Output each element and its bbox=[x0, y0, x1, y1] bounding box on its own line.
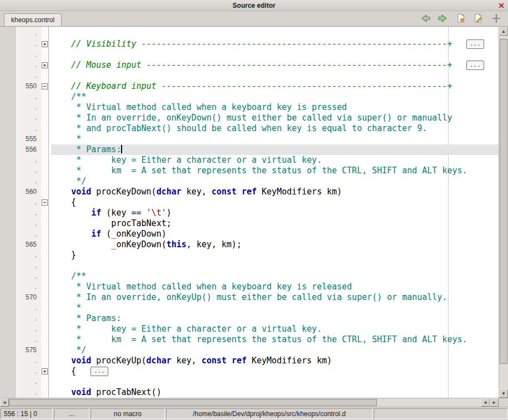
gutter-line-number[interactable]: . bbox=[16, 377, 41, 387]
gutter-line-number[interactable]: 555 bbox=[16, 134, 41, 144]
fold-row bbox=[41, 166, 48, 176]
gutter-line-number[interactable]: 550 bbox=[16, 81, 41, 92]
fold-margin[interactable]: ++−−+ bbox=[41, 27, 49, 398]
fold-expand-icon[interactable]: + bbox=[42, 368, 48, 374]
fold-row bbox=[41, 261, 48, 271]
status-bar: 556 : 15 | 0 ... no macro /home/basile/D… bbox=[0, 407, 508, 420]
save-document-icon[interactable] bbox=[455, 13, 467, 23]
file-path: /home/basile/Dev/dproj/kheops/src/kheops… bbox=[193, 410, 345, 418]
code-line: // Mouse input -------------------------… bbox=[51, 60, 499, 71]
gutter-line-number[interactable]: . bbox=[16, 271, 41, 282]
fold-row bbox=[41, 313, 48, 324]
code-area[interactable]: // Visibility --------------------------… bbox=[49, 27, 499, 398]
vertical-scrollbar: ▴ ▾ bbox=[499, 27, 508, 398]
scroll-right-icon[interactable]: ▸ bbox=[490, 398, 499, 407]
tab-kheops-control[interactable]: kheops.control bbox=[4, 13, 62, 26]
gutter-line-number[interactable]: . bbox=[16, 102, 41, 113]
gutter-line-number[interactable]: . bbox=[16, 113, 41, 123]
scroll-down-icon[interactable]: ▾ bbox=[499, 389, 508, 398]
gutter-line-number[interactable]: . bbox=[16, 176, 41, 187]
horizontal-scroll-track[interactable] bbox=[9, 398, 481, 407]
gutter-line-number[interactable]: . bbox=[16, 261, 41, 271]
gutter-line-number[interactable]: . bbox=[16, 387, 41, 398]
gutter-line-number[interactable]: . bbox=[16, 282, 41, 292]
fold-row bbox=[41, 49, 48, 60]
fold-expand-icon[interactable]: + bbox=[42, 41, 48, 47]
gutter[interactable]: .....550....555556...560....565....570..… bbox=[16, 27, 41, 398]
code-line: * Virtual method called when a keyboard … bbox=[51, 282, 499, 292]
fold-collapse-icon[interactable]: − bbox=[42, 83, 48, 89]
back-arrow-icon[interactable] bbox=[419, 13, 431, 23]
gutter-line-number[interactable]: . bbox=[16, 197, 41, 208]
fold-row bbox=[41, 356, 48, 366]
gutter-line-number[interactable]: . bbox=[16, 208, 41, 218]
gutter-line-number[interactable]: 556 bbox=[16, 144, 41, 155]
breakpoint-margin[interactable] bbox=[0, 27, 16, 398]
code-line: */ bbox=[51, 345, 499, 356]
code-line: * km = A set that represents the status … bbox=[51, 334, 499, 345]
fold-row bbox=[41, 134, 48, 144]
fold-expand-icon[interactable]: + bbox=[42, 62, 48, 68]
detach-editor-icon[interactable] bbox=[490, 13, 502, 23]
caret-position-panel: 556 : 15 | 0 bbox=[1, 408, 53, 419]
code-line: * In an override, onKeyUp() must either … bbox=[51, 292, 499, 303]
gutter-line-number[interactable]: . bbox=[16, 250, 41, 261]
gutter-line-number[interactable]: . bbox=[16, 218, 41, 229]
gutter-line-number[interactable]: . bbox=[16, 166, 41, 176]
gutter-line-number[interactable]: . bbox=[16, 123, 41, 134]
save-document-as-icon[interactable] bbox=[472, 13, 485, 23]
gutter-line-number[interactable]: . bbox=[16, 229, 41, 239]
code-line: * bbox=[51, 134, 499, 144]
gutter-line-number[interactable]: . bbox=[16, 71, 41, 81]
gutter-line-number[interactable]: . bbox=[16, 92, 41, 102]
vertical-scroll-track[interactable] bbox=[499, 36, 508, 389]
title-bar: Source editor ✕ bbox=[0, 0, 508, 11]
gutter-line-number[interactable]: . bbox=[16, 28, 41, 39]
gutter-line-number[interactable]: . bbox=[16, 49, 41, 60]
fold-collapse-icon[interactable]: − bbox=[42, 199, 48, 206]
fold-row: − bbox=[41, 81, 48, 92]
fold-row: + bbox=[41, 39, 48, 49]
gutter-line-number[interactable]: . bbox=[16, 313, 41, 324]
macro-state: no macro bbox=[114, 410, 142, 418]
gutter-line-number[interactable]: . bbox=[16, 334, 41, 345]
gutter-line-number[interactable]: 565 bbox=[16, 239, 41, 250]
source-editor-window: Source editor ✕ kheops.control . bbox=[0, 0, 508, 420]
vertical-scroll-thumb[interactable] bbox=[500, 39, 507, 364]
fold-row bbox=[41, 144, 48, 155]
fold-row bbox=[41, 92, 48, 102]
horizontal-scroll-thumb[interactable] bbox=[9, 399, 377, 406]
caret-position: 556 : 15 | 0 bbox=[4, 410, 37, 418]
code-line: */ bbox=[51, 176, 499, 187]
code-line: /** bbox=[51, 271, 499, 282]
fold-row bbox=[41, 187, 48, 197]
gutter-line-number[interactable]: . bbox=[16, 356, 41, 366]
gutter-line-number[interactable]: . bbox=[16, 155, 41, 166]
folded-code-ellipsis[interactable]: ... bbox=[466, 61, 484, 70]
gutter-line-number[interactable]: . bbox=[16, 303, 41, 313]
gutter-line-number[interactable]: 560 bbox=[16, 187, 41, 197]
gutter-line-number[interactable]: 570 bbox=[16, 292, 41, 303]
forward-arrow-icon[interactable] bbox=[437, 13, 449, 23]
window-title: Source editor bbox=[233, 2, 275, 9]
folded-code-ellipsis[interactable]: ... bbox=[466, 39, 484, 49]
gutter-line-number[interactable]: . bbox=[16, 324, 41, 334]
code-line bbox=[51, 377, 499, 387]
fold-row bbox=[41, 113, 48, 123]
code-line: * Params: bbox=[51, 313, 499, 324]
gutter-line-number[interactable]: 575 bbox=[16, 345, 41, 356]
gutter-line-number[interactable]: . bbox=[16, 366, 41, 377]
scroll-left-icon[interactable]: ◂ bbox=[0, 398, 9, 407]
scroll-up-icon[interactable]: ▴ bbox=[499, 27, 508, 36]
close-icon[interactable]: ✕ bbox=[498, 1, 505, 11]
code-line: if (key == '\t') bbox=[51, 208, 499, 218]
fold-row bbox=[41, 71, 48, 81]
gutter-line-number[interactable]: . bbox=[16, 60, 41, 71]
code-line: } bbox=[51, 250, 499, 261]
gutter-line-number[interactable]: . bbox=[16, 39, 41, 49]
tab-label: kheops.control bbox=[11, 16, 54, 24]
code-line: * key = Either a character or a virtual … bbox=[51, 324, 499, 334]
fold-row bbox=[41, 155, 48, 166]
scroll-left-end-icon[interactable]: ◂ bbox=[481, 398, 490, 407]
folded-code-ellipsis[interactable]: ... bbox=[90, 367, 108, 376]
